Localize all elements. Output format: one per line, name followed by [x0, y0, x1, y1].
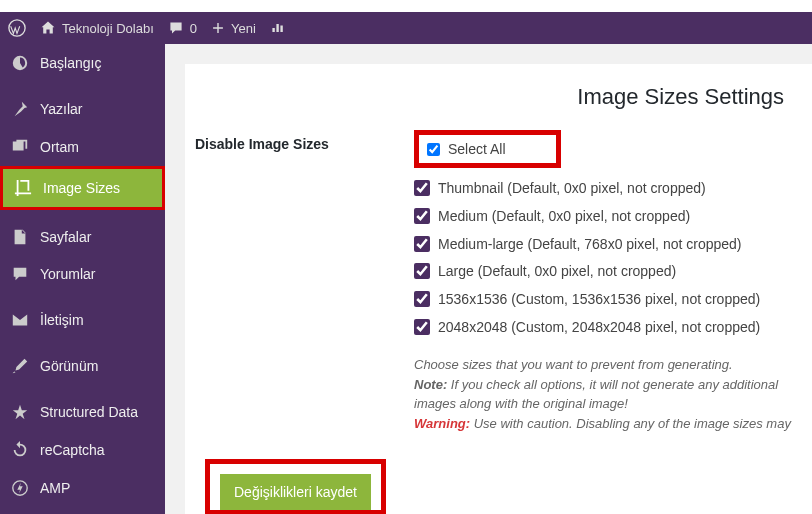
- stats-icon: [270, 20, 286, 36]
- size-checkbox-medium[interactable]: [414, 208, 430, 224]
- dashboard-icon: [10, 53, 30, 73]
- sidebar-item-label: Başlangıç: [40, 55, 101, 71]
- sidebar-item-posts[interactable]: Yazılar: [0, 90, 165, 128]
- brush-icon: [10, 356, 30, 376]
- save-highlight: Değişiklikleri kaydet: [205, 459, 386, 514]
- warning-text: Use with caution. Disabling any of the i…: [470, 416, 791, 431]
- size-row: 1536x1536 (Custom, 1536x1536 pixel, not …: [414, 285, 792, 313]
- star-icon: [10, 402, 30, 422]
- content-area: Image Sizes Settings Disable Image Sizes…: [165, 44, 812, 514]
- new-label: Yeni: [231, 21, 256, 36]
- admin-sidebar: Başlangıç Yazılar Ortam Image Sizes Sayf…: [0, 44, 165, 514]
- size-checkbox-thumbnail[interactable]: [414, 180, 430, 196]
- page-title: Image Sizes Settings: [195, 84, 792, 110]
- sidebar-item-label: Yorumlar: [40, 266, 96, 282]
- plus-icon: [211, 21, 225, 35]
- sidebar-item-label: İletişim: [40, 312, 84, 328]
- size-row: Medium-large (Default, 768x0 pixel, not …: [414, 230, 792, 257]
- new-content-link[interactable]: Yeni: [211, 21, 256, 36]
- sizes-field-group: Select All Thumbnail (Default, 0x0 pixel…: [414, 130, 792, 433]
- disable-sizes-row: Disable Image Sizes Select All Thumbnail…: [195, 130, 792, 433]
- warning-label: Warning:: [414, 416, 470, 431]
- help-text: Choose sizes that you want to prevent fr…: [414, 355, 792, 433]
- home-icon: [40, 20, 56, 36]
- settings-panel: Image Sizes Settings Disable Image Sizes…: [185, 64, 812, 514]
- sidebar-collapse[interactable]: Menüyü daralt: [0, 507, 165, 514]
- stats-link[interactable]: [270, 20, 286, 36]
- size-checkbox-large[interactable]: [414, 263, 430, 279]
- sidebar-item-label: Structured Data: [40, 404, 138, 420]
- sidebar-item-label: Görünüm: [40, 358, 98, 374]
- sidebar-item-comments[interactable]: Yorumlar: [0, 256, 165, 293]
- sidebar-item-label: AMP: [40, 480, 70, 496]
- size-label: Thumbnail (Default, 0x0 pixel, not cropp…: [438, 180, 706, 196]
- sidebar-item-label: Sayfalar: [40, 229, 91, 245]
- size-row: Thumbnail (Default, 0x0 pixel, not cropp…: [414, 174, 792, 202]
- wordpress-icon: [8, 19, 26, 37]
- sidebar-item-structured-data[interactable]: Structured Data: [0, 393, 165, 431]
- mail-icon: [10, 310, 30, 330]
- select-all-highlight: Select All: [414, 130, 561, 168]
- sidebar-item-image-sizes[interactable]: Image Sizes: [3, 169, 162, 207]
- select-all-label: Select All: [448, 141, 506, 157]
- size-row: 2048x2048 (Custom, 2048x2048 pixel, not …: [414, 313, 792, 341]
- sidebar-item-dashboard[interactable]: Başlangıç: [0, 44, 165, 82]
- sidebar-item-label: Ortam: [40, 139, 79, 155]
- sidebar-item-pages[interactable]: Sayfalar: [0, 218, 165, 256]
- comments-count: 0: [190, 21, 197, 36]
- refresh-icon: [10, 440, 30, 460]
- size-label: Medium (Default, 0x0 pixel, not cropped): [438, 208, 690, 224]
- site-name: Teknoloji Dolabı: [62, 21, 154, 36]
- amp-icon: [10, 478, 30, 498]
- pin-icon: [10, 99, 30, 119]
- window-chrome: [0, 0, 812, 12]
- wp-logo[interactable]: [8, 19, 26, 37]
- size-label: 1536x1536 (Custom, 1536x1536 pixel, not …: [438, 291, 760, 307]
- size-checkbox-medium-large[interactable]: [414, 236, 430, 252]
- sidebar-item-amp[interactable]: AMP: [0, 469, 165, 507]
- sidebar-item-appearance[interactable]: Görünüm: [0, 347, 165, 385]
- size-label: 2048x2048 (Custom, 2048x2048 pixel, not …: [438, 319, 760, 335]
- size-row: Medium (Default, 0x0 pixel, not cropped): [414, 202, 792, 230]
- sidebar-item-contact[interactable]: İletişim: [0, 301, 165, 339]
- comment-icon: [10, 264, 30, 284]
- section-label: Disable Image Sizes: [195, 130, 375, 433]
- save-button[interactable]: Değişiklikleri kaydet: [220, 474, 371, 510]
- size-checkbox-1536[interactable]: [414, 291, 430, 307]
- media-icon: [10, 137, 30, 157]
- select-all-checkbox[interactable]: [427, 143, 440, 156]
- sidebar-item-recaptcha[interactable]: reCaptcha: [0, 431, 165, 469]
- crop-icon: [13, 178, 33, 198]
- sidebar-item-label: Image Sizes: [43, 180, 120, 196]
- size-label: Large (Default, 0x0 pixel, not cropped): [438, 263, 676, 279]
- sidebar-item-label: reCaptcha: [40, 442, 105, 458]
- hint-intro: Choose sizes that you want to prevent fr…: [414, 355, 792, 375]
- admin-bar: Teknoloji Dolabı 0 Yeni: [0, 12, 812, 44]
- note-label: Note:: [414, 377, 447, 392]
- size-label: Medium-large (Default, 768x0 pixel, not …: [438, 236, 742, 252]
- size-row: Large (Default, 0x0 pixel, not cropped): [414, 257, 792, 285]
- size-checkbox-2048[interactable]: [414, 319, 430, 335]
- site-link[interactable]: Teknoloji Dolabı: [40, 20, 154, 36]
- comments-link[interactable]: 0: [168, 20, 197, 36]
- sidebar-item-media[interactable]: Ortam: [0, 128, 165, 166]
- comment-icon: [168, 20, 184, 36]
- sidebar-item-label: Yazılar: [40, 101, 83, 117]
- page-icon: [10, 227, 30, 247]
- note-text: If you check all options, it will not ge…: [414, 377, 778, 412]
